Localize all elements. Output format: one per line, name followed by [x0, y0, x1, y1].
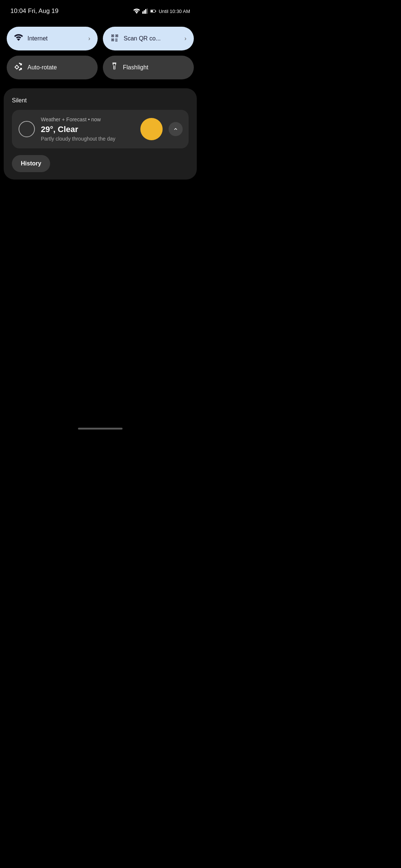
svg-rect-5: [156, 11, 156, 12]
notification-area: Silent Weather + Forecast • now 29°, Cle…: [4, 88, 197, 180]
silent-label: Silent: [12, 97, 189, 104]
auto-rotate-tile[interactable]: Auto-rotate: [7, 56, 98, 79]
svg-rect-2: [145, 9, 146, 14]
flashlight-tile-label: Flashlight: [123, 64, 186, 71]
home-indicator: [78, 428, 123, 430]
weather-expand-button[interactable]: [169, 122, 183, 136]
svg-rect-6: [151, 10, 153, 12]
flashlight-tile[interactable]: Flashlight: [103, 56, 194, 79]
scan-qr-tile-label: Scan QR co...: [124, 35, 180, 42]
internet-tile[interactable]: Internet ›: [7, 27, 98, 50]
rotate-icon: [14, 62, 23, 73]
weather-card[interactable]: Weather + Forecast • now 29°, Clear Part…: [12, 110, 189, 148]
weather-source: Weather + Forecast • now: [41, 116, 182, 122]
weather-app-icon: [19, 121, 35, 137]
wifi-icon: [14, 34, 23, 43]
scan-qr-chevron-icon: ›: [185, 35, 186, 42]
weather-description: Partly cloudy throughout the day: [41, 136, 182, 142]
wifi-status-icon: [133, 9, 140, 14]
sun-icon: [140, 118, 163, 140]
status-bar: 10:04 Fri, Aug 19 Until 10:30 AM: [0, 0, 200, 19]
status-time: 10:04 Fri, Aug 19: [10, 7, 59, 15]
qr-icon: [110, 33, 119, 44]
svg-rect-1: [144, 10, 145, 14]
auto-rotate-tile-label: Auto-rotate: [27, 64, 90, 71]
battery-status-icon: [150, 9, 156, 14]
internet-tile-label: Internet: [27, 35, 84, 42]
battery-label: Until 10:30 AM: [159, 9, 190, 14]
signal-status-icon: [142, 9, 148, 14]
internet-chevron-icon: ›: [88, 35, 90, 42]
flashlight-icon: [110, 62, 118, 73]
svg-rect-0: [143, 11, 144, 14]
svg-rect-3: [147, 9, 148, 14]
quick-tiles: Internet › Scan QR co... › Auto-rotate F…: [0, 19, 200, 83]
history-button[interactable]: History: [12, 155, 50, 172]
svg-rect-7: [113, 63, 116, 64]
status-right: Until 10:30 AM: [133, 9, 190, 14]
scan-qr-tile[interactable]: Scan QR co... ›: [103, 27, 194, 50]
